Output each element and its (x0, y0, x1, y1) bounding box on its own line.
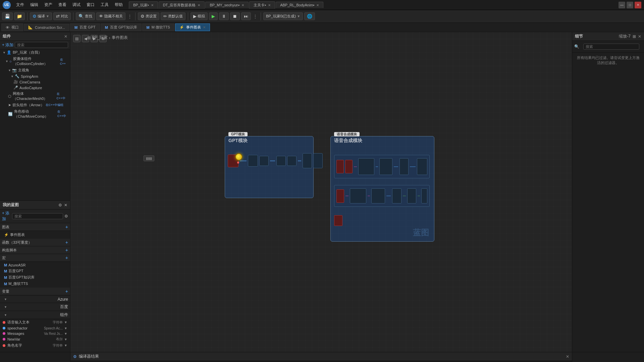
component-search[interactable] (15, 42, 68, 48)
gpt-node5[interactable] (303, 153, 312, 168)
tab-ms-tts[interactable]: M M 微软TTS (142, 23, 174, 31)
voice-red-node2[interactable] (345, 160, 353, 173)
play-btn[interactable]: ▶ (209, 12, 218, 20)
var-group-azure[interactable]: ▼ Azure (0, 296, 70, 303)
my-blueprint-close[interactable]: ✕ (64, 203, 67, 207)
var-character-name[interactable]: 角色名字 字符串 ▼ (0, 342, 70, 349)
menu-debug[interactable]: 调试 (70, 1, 83, 8)
add-function[interactable]: + (65, 240, 68, 245)
blueprint-filter[interactable]: ⚙ (64, 214, 68, 219)
voice-dark-node4[interactable] (417, 158, 427, 175)
menu-asset[interactable]: 资产 (42, 1, 55, 8)
title-tab-bp-player[interactable]: BP_玩家• ✕ (129, 1, 158, 9)
tree-char-move[interactable]: 🔄 角色移动（CharMoveComp） 在C++中 (0, 108, 70, 120)
graphs-section-header[interactable]: 图表 + (0, 223, 70, 231)
menu-view[interactable]: 查看 (56, 1, 69, 8)
voice-red-node1[interactable] (336, 160, 344, 173)
voice-mid-dark3[interactable] (392, 188, 401, 203)
voice-dark-node2[interactable] (379, 158, 392, 175)
menu-file[interactable]: 文件 (13, 1, 27, 8)
voice-mid-dark5[interactable] (421, 188, 427, 203)
my-blueprint-settings[interactable]: ⚙ (58, 203, 62, 207)
title-tab-dt[interactable]: DT_应答库数据表格 ✕ (159, 1, 205, 9)
gpt-node1[interactable] (248, 155, 258, 167)
compare-btn[interactable]: ⇄ 对比 (53, 12, 71, 20)
blueprint-search[interactable] (12, 213, 63, 219)
title-tab-bp-my[interactable]: BP_MY_seohyun• ✕ (205, 2, 249, 8)
tab-baidu-gpt[interactable]: M 百度 GPT (70, 23, 100, 31)
find-btn[interactable]: 🔍 查找 (76, 12, 95, 20)
globe-btn[interactable]: 🌐 (304, 12, 315, 20)
compiler-close[interactable]: ✕ (566, 354, 569, 359)
tree-main-camera[interactable]: ▼ 📷 主视角 (0, 67, 70, 73)
add-graph[interactable]: + (65, 224, 68, 230)
win-close[interactable]: ✕ (635, 2, 641, 8)
tab-close-event-graph[interactable]: ✕ (203, 25, 206, 29)
voice-node-group-top[interactable] (334, 155, 430, 178)
macro-baidu-gpt[interactable]: M 百度GPT (0, 268, 70, 274)
details-search[interactable] (583, 44, 639, 50)
menu-help[interactable]: 帮助 (112, 1, 125, 8)
browse-btn[interactable]: 📁 (14, 12, 25, 20)
var-group-component[interactable]: ▼ 组件 (0, 311, 70, 319)
canvas-background[interactable]: ▤ ◀ ▶ ⊞ ⊞ BP_玩家 › 事件图表 GPT模块 GPT模块 (70, 32, 572, 352)
add-blueprint-btn[interactable]: + 添加 (2, 210, 11, 222)
tree-bp-player[interactable]: ▼ 👤 BP_玩家（自我） (0, 49, 70, 56)
macro-azure-asr[interactable]: M AzureASR (0, 262, 70, 268)
components-close[interactable]: ✕ (64, 34, 67, 39)
hide-btn[interactable]: 👁 隐藏不相关 (96, 12, 125, 20)
var-speechactor[interactable]: speechactor Speech Ac... ▼ (0, 325, 70, 331)
macro-baidu-knowledge[interactable]: M 百度GPT知识库 (0, 274, 70, 281)
details-close[interactable]: ✕ (638, 34, 641, 39)
title-tab-abp[interactable]: ABP_RL_BodyAnim• ✕ (276, 2, 323, 8)
nav-select[interactable]: ▤ (73, 35, 80, 42)
voice-dark-node1[interactable] (358, 158, 374, 175)
save-btn[interactable]: 💾 (2, 12, 13, 20)
macros-section-header[interactable]: 构造脚本 + (0, 246, 70, 254)
compile-btn[interactable]: ⚙ 编译 ▼ (30, 12, 52, 20)
var-newvar[interactable]: NewVar 布尔 ▼ (0, 336, 70, 342)
gpt-node6[interactable] (313, 153, 323, 168)
voice-mid-dark4[interactable] (407, 188, 416, 203)
tree-audio-capture[interactable]: 🎤 AudioCapture (0, 85, 70, 90)
tree-collision[interactable]: ▼ ○ 胶囊体组件（CollisionCylinder） 在C++ (0, 56, 70, 67)
gpt-module-group[interactable]: GPT模块 GPT模块 (225, 136, 314, 198)
tab-viewport[interactable]: 👁 视口 (1, 23, 23, 31)
add-macro[interactable]: + (65, 247, 68, 253)
tab-baidu-knowledge[interactable]: M 百度 GPT知识库 (101, 23, 142, 31)
voice-bot-red1[interactable] (334, 215, 342, 226)
menu-tools[interactable]: 工具 (98, 1, 111, 8)
voice-node-group-mid[interactable] (334, 185, 430, 207)
menu-edit[interactable]: 编辑 (28, 1, 41, 8)
win-maximize[interactable]: □ (627, 2, 633, 8)
gpt-node4[interactable] (287, 156, 297, 166)
functions-section-header[interactable]: 函数（33可重度） + (0, 239, 70, 246)
gpt-node2[interactable] (259, 156, 269, 166)
voice-mid-dark2[interactable] (371, 188, 385, 203)
player-dropdown-btn[interactable]: BP_玩家0(已生成) ▼ (263, 12, 303, 20)
tree-cine-camera[interactable]: 🎥 CineCamera (0, 79, 70, 85)
add-variable[interactable]: + (65, 289, 68, 294)
class-settings-btn[interactable]: ⚙ 类设置 (138, 12, 159, 20)
simulate-btn[interactable]: ▶ 模拟 (191, 12, 208, 20)
voice-mid-red1[interactable] (336, 189, 344, 203)
add-var[interactable]: + (65, 255, 68, 260)
tab-event-graph[interactable]: ⚡ 事件图表 ✕ (175, 23, 210, 31)
variables-section-header[interactable]: 变量 + (0, 288, 70, 295)
tree-arrow-comp[interactable]: ➤ 箭头组件（Arrow） 在C++中编组 (0, 102, 70, 108)
class-defaults-btn[interactable]: ✏ 类默认值 (161, 12, 185, 20)
macro-ms-tts[interactable]: M M_微软TTS (0, 281, 70, 287)
var-voice-input[interactable]: 语音输入文本 字符串 ▼ (0, 319, 70, 325)
skip-btn[interactable]: ⏭ (241, 12, 251, 20)
event-graph-item[interactable]: ⚡ 事件图表 (0, 232, 70, 238)
win-minimize[interactable]: — (619, 2, 625, 8)
stop-btn[interactable]: ⏹ (230, 12, 240, 20)
center-canvas[interactable]: ▤ ◀ ▶ ⊞ ⊞ BP_玩家 › 事件图表 GPT模块 GPT模块 (70, 32, 572, 352)
gpt-node3[interactable] (276, 156, 286, 166)
voice-dark-node3[interactable] (399, 158, 408, 175)
var-messages[interactable]: Messages Va Rest Js... ▼ (0, 331, 70, 336)
vars-section-header[interactable]: 宏 + (0, 254, 70, 262)
tab-construction[interactable]: 📐 Construction Scr... (24, 24, 69, 31)
add-component-btn[interactable]: + 添加 (2, 42, 13, 48)
pause-btn[interactable]: ⏸ (219, 12, 229, 20)
